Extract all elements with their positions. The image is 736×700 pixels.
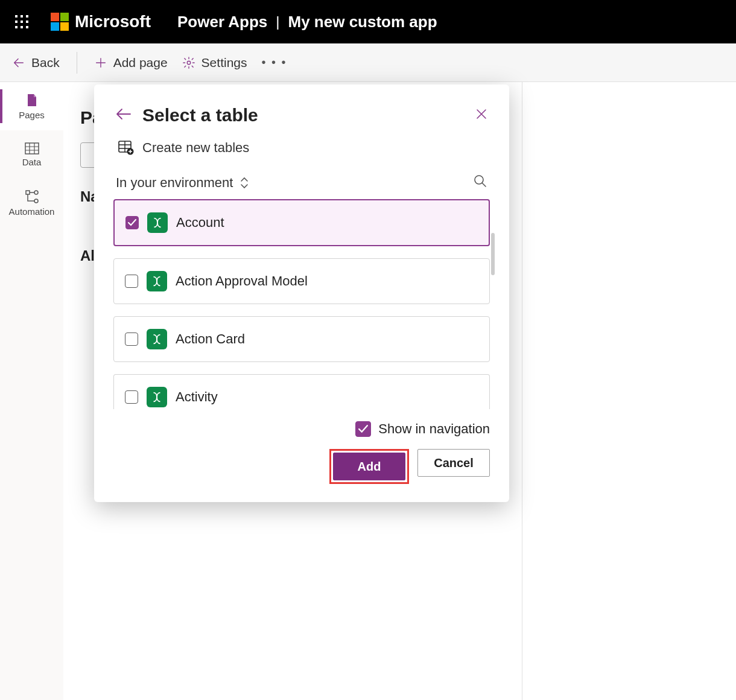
svg-rect-6 xyxy=(15,26,17,28)
dataverse-icon xyxy=(147,329,167,349)
table-item-label: Activity xyxy=(176,389,218,405)
dataverse-icon xyxy=(147,271,167,291)
close-icon xyxy=(475,108,487,120)
svg-rect-8 xyxy=(26,26,28,28)
dialog-close-button[interactable] xyxy=(475,108,487,123)
svg-rect-2 xyxy=(26,15,28,18)
app-name[interactable]: Power Apps xyxy=(177,13,267,31)
check-icon xyxy=(358,425,368,433)
checkbox[interactable] xyxy=(125,332,138,346)
arrow-left-icon xyxy=(116,108,132,120)
svg-rect-15 xyxy=(26,191,30,194)
environment-filter[interactable]: In your environment xyxy=(94,164,509,199)
select-table-dialog: Select a table Create new tables In your… xyxy=(94,84,509,502)
svg-rect-7 xyxy=(21,26,23,28)
table-list: Account Action Approval Model Action Car… xyxy=(94,199,509,409)
rail-data-label: Data xyxy=(22,157,42,167)
table-icon xyxy=(25,142,39,154)
svg-rect-5 xyxy=(26,21,28,23)
dataverse-icon xyxy=(147,212,168,233)
table-item-activity[interactable]: Activity xyxy=(113,374,490,409)
preview-pane xyxy=(522,82,736,700)
back-label: Back xyxy=(31,56,60,70)
table-item-action-card[interactable]: Action Card xyxy=(113,316,490,362)
add-page-label: Add page xyxy=(113,56,168,70)
dialog-title: Select a table xyxy=(142,105,475,126)
svg-rect-0 xyxy=(15,15,17,18)
environment-filter-label: In your environment xyxy=(116,175,233,191)
show-in-navigation-row: Show in navigation xyxy=(113,421,490,437)
search-icon xyxy=(473,174,487,188)
table-item-label: Account xyxy=(176,215,224,231)
rail-automation[interactable]: Automation xyxy=(0,179,63,227)
table-item-action-approval-model[interactable]: Action Approval Model xyxy=(113,258,490,304)
add-button[interactable]: Add xyxy=(333,453,405,480)
svg-rect-14 xyxy=(25,143,39,154)
gear-icon xyxy=(182,56,195,69)
back-button[interactable]: Back xyxy=(12,56,60,70)
create-new-tables-label: Create new tables xyxy=(142,140,249,156)
flow-icon xyxy=(25,189,39,204)
svg-rect-4 xyxy=(21,21,23,23)
table-item-label: Action Card xyxy=(176,331,245,347)
table-item-label: Action Approval Model xyxy=(176,273,308,289)
svg-rect-11 xyxy=(51,22,59,31)
more-button[interactable]: • • • xyxy=(262,56,287,69)
settings-label: Settings xyxy=(201,56,247,70)
rail-pages-label: Pages xyxy=(19,110,45,120)
dialog-back-button[interactable] xyxy=(116,108,132,122)
plus-icon xyxy=(94,56,107,69)
cancel-button-label: Cancel xyxy=(434,456,474,470)
highlight-box: Add xyxy=(329,449,409,484)
svg-rect-9 xyxy=(51,13,59,21)
settings-button[interactable]: Settings xyxy=(182,56,247,70)
checkbox[interactable] xyxy=(125,390,138,404)
rail-pages[interactable]: Pages xyxy=(0,82,63,130)
checkbox[interactable] xyxy=(125,216,139,229)
svg-point-17 xyxy=(34,191,38,194)
svg-rect-12 xyxy=(60,22,69,31)
brand-text: Microsoft xyxy=(75,12,151,31)
command-bar: Back Add page Settings • • • xyxy=(0,43,736,82)
dataverse-icon xyxy=(147,387,167,407)
microsoft-logo-icon xyxy=(51,13,69,31)
table-item-account[interactable]: Account xyxy=(113,199,490,246)
svg-point-13 xyxy=(187,61,191,65)
toolbar-divider xyxy=(77,52,77,74)
create-new-tables-button[interactable]: Create new tables xyxy=(94,132,509,164)
page-icon xyxy=(25,93,39,107)
app-launcher-button[interactable] xyxy=(10,10,34,34)
sort-chevron-icon xyxy=(239,176,250,189)
show-in-navigation-checkbox[interactable] xyxy=(355,421,371,437)
rail-data[interactable]: Data xyxy=(0,130,63,179)
scrollbar[interactable] xyxy=(491,233,495,275)
left-rail: Pages Data Automation xyxy=(0,82,63,700)
top-bar: Microsoft Power Apps | My new custom app xyxy=(0,0,736,43)
add-page-button[interactable]: Add page xyxy=(94,56,168,70)
svg-rect-3 xyxy=(15,21,17,23)
add-button-label: Add xyxy=(358,460,381,474)
waffle-icon xyxy=(15,15,28,28)
check-icon xyxy=(128,219,136,226)
svg-rect-1 xyxy=(21,15,23,18)
separator: | xyxy=(276,13,279,30)
table-add-icon xyxy=(118,141,134,155)
show-in-navigation-label: Show in navigation xyxy=(378,421,490,437)
microsoft-logo: Microsoft xyxy=(51,12,151,31)
svg-rect-10 xyxy=(60,13,69,21)
rail-automation-label: Automation xyxy=(9,206,55,217)
checkbox[interactable] xyxy=(125,275,138,288)
arrow-left-icon xyxy=(12,56,25,69)
table-search-button[interactable] xyxy=(473,174,487,192)
cancel-button[interactable]: Cancel xyxy=(417,449,490,477)
ellipsis-icon: • • • xyxy=(262,56,287,69)
document-title[interactable]: My new custom app xyxy=(288,13,437,31)
svg-point-16 xyxy=(34,199,38,203)
